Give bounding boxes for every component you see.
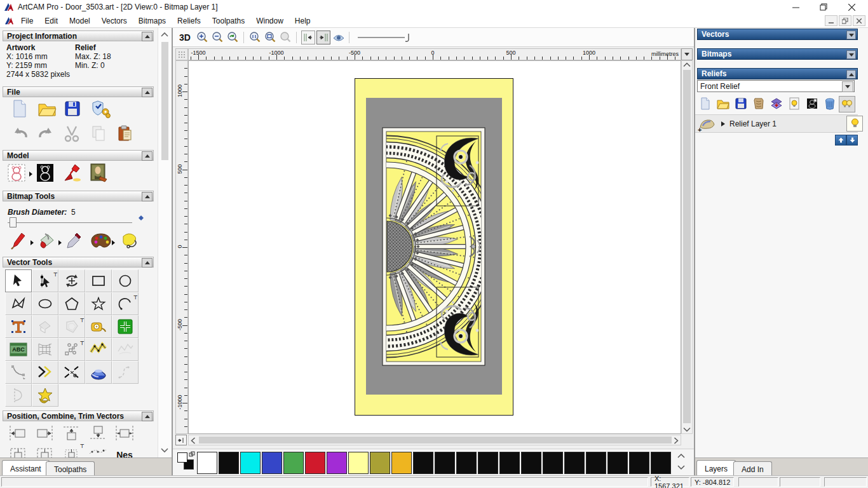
tool-offset-vector[interactable]: ┬	[58, 315, 85, 338]
collapse-icon[interactable]	[142, 258, 153, 268]
primary-colour[interactable]	[177, 452, 187, 463]
section-header-position-combine-trim[interactable]: Position, Combine, Trim Vectors	[3, 410, 154, 421]
tool-fillet[interactable]	[5, 361, 32, 384]
scrollbar-thumb[interactable]	[199, 437, 672, 444]
lasso-select-icon[interactable]	[118, 231, 139, 250]
open-model-icon[interactable]	[37, 99, 57, 118]
delete-relief-icon[interactable]	[822, 96, 837, 111]
zoom-out-icon[interactable]	[211, 30, 225, 44]
brush-diameter-slider[interactable]	[10, 217, 17, 227]
section-header-model[interactable]: Model	[3, 150, 154, 161]
tool-simplify-vectors[interactable]	[112, 338, 139, 361]
section-header-bitmaps[interactable]: Bitmaps	[697, 48, 858, 60]
palette-swatch[interactable]	[348, 452, 369, 474]
paint-brush-icon[interactable]	[9, 231, 28, 250]
cut-icon[interactable]	[64, 125, 80, 142]
menu-bitmaps[interactable]: Bitmaps	[133, 15, 172, 27]
flyout-icon[interactable]	[112, 240, 115, 245]
flood-fill-icon[interactable]	[37, 231, 57, 250]
scrollbar-thumb[interactable]	[161, 42, 168, 160]
scrollbar-thumb[interactable]	[683, 70, 691, 423]
pane-toggle-button[interactable]	[175, 435, 187, 445]
undo-icon[interactable]	[10, 125, 29, 141]
scroll-down-icon[interactable]	[160, 447, 169, 453]
expand-icon[interactable]	[846, 30, 856, 39]
palette-swatch[interactable]	[219, 452, 239, 474]
tool-node-editing[interactable]: ┬	[32, 269, 58, 292]
align-top-icon[interactable]	[60, 423, 83, 444]
palette-swatch[interactable]	[240, 452, 261, 474]
align-right-icon[interactable]	[33, 423, 56, 444]
canvas-horizontal-scrollbar[interactable]	[188, 435, 681, 445]
scatter-icon[interactable]	[86, 445, 109, 458]
tool-create-polygon[interactable]	[58, 292, 85, 315]
centre-horizontal-icon[interactable]	[113, 423, 136, 444]
move-layer-down-button[interactable]	[846, 135, 858, 146]
brush-diameter-track[interactable]	[8, 222, 132, 223]
grey-from-relief-icon[interactable]	[751, 96, 766, 111]
new-relief-layer-icon[interactable]	[698, 96, 713, 111]
tab-assistant[interactable]: Assistant	[2, 460, 50, 477]
section-header-vector-tools[interactable]: Vector Tools	[3, 257, 154, 268]
lighting-icon[interactable]	[62, 163, 81, 183]
save-model-icon[interactable]	[64, 99, 81, 118]
scroll-up-icon[interactable]	[160, 32, 169, 37]
collapse-icon[interactable]	[142, 151, 153, 161]
nest-icon[interactable]: Nes	[113, 445, 136, 458]
tool-paste-along-curve[interactable]: ┬	[58, 338, 85, 361]
mdi-close-button[interactable]	[853, 15, 865, 26]
palette-swatch[interactable]	[478, 452, 498, 474]
restore-button[interactable]	[810, 0, 837, 14]
relief-layer-row[interactable]: + Relief Layer 1	[695, 114, 858, 133]
tool-text-block[interactable]: ABC	[5, 338, 32, 361]
invert-bitmap-icon[interactable]	[36, 163, 55, 183]
tab-layers[interactable]: Layers	[696, 460, 736, 477]
tool-envelope-distort[interactable]	[32, 338, 58, 361]
tool-mirror-merge[interactable]	[5, 384, 32, 407]
model-options-icon[interactable]	[90, 99, 111, 118]
expand-layer-icon[interactable]	[721, 121, 726, 127]
drawing-canvas[interactable]	[188, 60, 681, 434]
section-header-bitmap-tools[interactable]: Bitmap Tools	[3, 191, 154, 201]
link-colours-icon[interactable]	[189, 451, 196, 458]
collapse-icon[interactable]	[142, 88, 153, 97]
view-3d-button[interactable]: 3D	[179, 32, 191, 43]
tool-create-star[interactable]	[85, 292, 112, 315]
tool-create-rectangle[interactable]	[85, 269, 112, 292]
relief-selector-dropdown[interactable]: Front Relief	[697, 80, 855, 92]
collapse-icon[interactable]	[142, 412, 153, 421]
align-left-icon[interactable]	[6, 423, 29, 444]
collapse-icon[interactable]	[142, 192, 153, 201]
copy-icon[interactable]	[90, 125, 107, 142]
layer-visibility-button[interactable]	[846, 116, 863, 132]
tool-create-arc[interactable]: ┬	[112, 292, 139, 315]
zoom-previous-icon[interactable]	[226, 30, 240, 44]
preview-icon[interactable]	[332, 30, 346, 44]
collapse-icon[interactable]	[142, 32, 153, 41]
line-width-slider[interactable]	[356, 32, 415, 43]
tool-measure[interactable]	[85, 315, 112, 338]
palette-swatch[interactable]	[499, 452, 520, 474]
menu-model[interactable]: Model	[64, 15, 96, 27]
align-bottom-icon[interactable]	[86, 423, 109, 444]
assistant-scrollbar[interactable]	[158, 28, 172, 458]
palette-swatch[interactable]	[586, 452, 606, 474]
tool-snap-grid[interactable]	[112, 315, 139, 338]
tool-create-text[interactable]	[5, 315, 32, 338]
section-header-vectors[interactable]: Vectors	[697, 29, 858, 40]
tool-transform[interactable]	[58, 269, 85, 292]
tool-trim-vectors[interactable]	[58, 361, 85, 384]
menu-file[interactable]: File	[15, 15, 39, 27]
tool-select[interactable]	[5, 269, 32, 292]
tool-create-circle[interactable]	[112, 269, 139, 292]
toggle-all-layers-icon[interactable]	[839, 96, 855, 112]
ruler-units-dropdown[interactable]	[681, 48, 693, 60]
texture-relief-icon[interactable]	[89, 163, 109, 183]
palette-swatch[interactable]	[197, 452, 217, 474]
tool-wrap-vectors[interactable]	[32, 384, 58, 407]
paste-icon[interactable]	[117, 125, 133, 142]
edit-palette-icon[interactable]	[90, 231, 112, 250]
zoom-1to1-icon[interactable]	[248, 30, 262, 44]
paste-in-position-icon[interactable]: ┬	[60, 445, 83, 458]
close-button[interactable]	[837, 0, 865, 14]
